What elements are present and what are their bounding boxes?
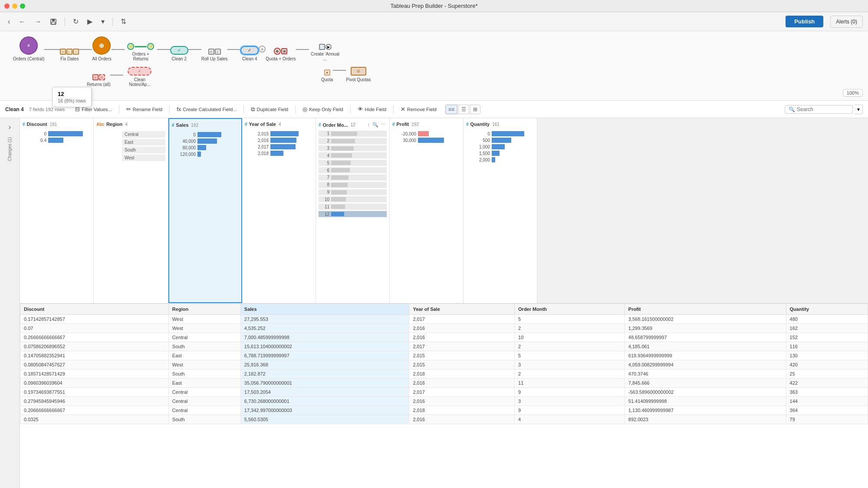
- field-card-discount[interactable]: # Discount 191 0 0.4: [20, 118, 94, 303]
- node-create-annual[interactable]: 📄 ▶ Create 'Annual ...: [309, 44, 342, 61]
- col-header-year[interactable]: Year of Sale: [409, 303, 515, 314]
- node-pivot-quotas-label: Pivot Quotas: [346, 77, 371, 82]
- publish-button[interactable]: Publish: [786, 16, 823, 27]
- node-orders-returns[interactable]: ⚡ ⚡ Orders + Returns: [125, 43, 157, 61]
- bar-row: -20,000: [392, 131, 460, 136]
- month-bar-1: 1: [319, 131, 387, 137]
- node-orders-central[interactable]: # Orders (Central): [13, 36, 44, 61]
- field-card-quantity[interactable]: # Quantity 161 0 500 1,000: [464, 118, 537, 303]
- table-row: 0.0960396039604East35,056.7900000000012,…: [20, 378, 868, 387]
- node-quota[interactable]: # Quota: [321, 69, 333, 82]
- field-card-profit[interactable]: # Profit 192 -20,000 30,000: [390, 118, 464, 303]
- node-clean-notes[interactable]: ✓ Clean Notes/Ap...: [123, 67, 156, 87]
- filter-icon: ⊟: [75, 106, 80, 112]
- node-clean-4[interactable]: ✓ Clean 4: [240, 46, 259, 61]
- table-cell: 2: [515, 323, 625, 333]
- table-cell: 2,018: [409, 369, 515, 378]
- table-cell: 0.0325: [20, 415, 169, 424]
- collapse-panel-button[interactable]: ›: [9, 123, 11, 131]
- table-row: 0.07586206896552South15,613.104000000002…: [20, 342, 868, 351]
- flow-connector-b2: [333, 70, 346, 71]
- node-returns-all[interactable]: # ⊘ Returns (all): [87, 74, 110, 87]
- node-clean-4-label: Clean 4: [242, 56, 257, 61]
- table-cell: 4,185.061: [625, 342, 786, 351]
- hide-field-button[interactable]: 👁 Hide Field: [354, 104, 390, 114]
- table-cell: 27,295.553: [240, 314, 409, 323]
- traffic-lights: [4, 3, 25, 9]
- bar-row: South: [96, 147, 165, 153]
- node-quota-orders[interactable]: ⊕ ⊞ Quota + Orders: [266, 48, 296, 61]
- field-name-profit: Profit: [397, 122, 409, 127]
- table-body: 0.17142857142857West27,295.5532,01753,56…: [20, 314, 868, 424]
- field-card-region[interactable]: Abc Region 4 Central East South: [94, 118, 168, 303]
- alerts-button[interactable]: Alerts (0): [830, 16, 863, 28]
- month-bar-8: 8: [319, 182, 387, 188]
- arrange-button[interactable]: ⇅: [118, 16, 129, 27]
- keep-only-button[interactable]: ◎ Keep Only Field: [299, 104, 346, 114]
- data-table: Discount Region Sales Year of Sale Order…: [20, 303, 868, 424]
- action-toolbar: Clean 4 7 fields 192 rows ⊟ Filter Value…: [0, 101, 868, 118]
- duplicate-field-button[interactable]: ⧉ Duplicate Field: [247, 104, 292, 115]
- field-card-sales[interactable]: # Sales 192 0 40,000 80,000: [168, 118, 242, 303]
- field-name-discount: Discount: [27, 122, 47, 127]
- add-connection-button[interactable]: +: [259, 46, 266, 53]
- flow-connector-2: [79, 49, 92, 50]
- search-dropdown-button[interactable]: ▾: [855, 105, 863, 114]
- filter-icon[interactable]: 🔍: [372, 122, 379, 128]
- table-cell: 480: [786, 314, 868, 323]
- search-box[interactable]: 🔍: [785, 105, 853, 114]
- table-cell: South: [168, 369, 240, 378]
- search-input[interactable]: [797, 106, 849, 112]
- type-icon-discount: #: [23, 122, 25, 127]
- sidebar-toggle-button[interactable]: ‹: [5, 16, 13, 27]
- field-header-year-of-sale: # Year of Sale 4: [245, 122, 313, 127]
- bar-chart-year: 2,015 2,016 2,017 2,018: [245, 129, 313, 158]
- run-options-button[interactable]: ▾: [99, 16, 107, 27]
- field-card-order-month[interactable]: # Order Mo... 12 ↑ 🔍 ⋯ 1 2 3 4 5 6: [316, 118, 390, 303]
- maximize-button[interactable]: [20, 3, 25, 9]
- save-button[interactable]: [47, 16, 59, 27]
- col-header-discount[interactable]: Discount: [20, 303, 169, 314]
- table-cell: 2,016: [409, 333, 515, 342]
- col-header-sales[interactable]: Sales: [240, 303, 409, 314]
- table-cell: 1,299.3569: [625, 323, 786, 333]
- run-button[interactable]: ▶: [85, 16, 95, 27]
- rename-icon: ✏: [126, 106, 131, 112]
- node-all-orders[interactable]: ⊕ All Orders: [92, 36, 111, 61]
- minimize-button[interactable]: [12, 3, 17, 9]
- list-view-button[interactable]: ☰: [458, 105, 469, 114]
- remove-field-button[interactable]: ✕ Remove Field: [397, 104, 440, 114]
- table-cell: 10: [515, 333, 625, 342]
- col-header-quantity[interactable]: Quantity: [786, 303, 868, 314]
- grid-view-button[interactable]: ⊞: [470, 105, 480, 114]
- table-cell: Central: [168, 396, 240, 406]
- bar-row: 2,016: [245, 138, 313, 143]
- sort-asc-icon[interactable]: ↑: [367, 122, 371, 128]
- table-cell: 6,730.268000000001: [240, 396, 409, 406]
- flow-connector-7: [296, 49, 309, 50]
- filter-values-button[interactable]: ⊟ Filter Values...: [72, 104, 115, 114]
- back-button[interactable]: ←: [16, 16, 28, 27]
- region-value: Central: [122, 131, 165, 138]
- field-card-year-of-sale[interactable]: # Year of Sale 4 2,015 2,016 2,017: [242, 118, 316, 303]
- bar-fill: [197, 145, 206, 150]
- forward-button[interactable]: →: [32, 16, 44, 27]
- node-pivot-quotas[interactable]: ⊞ Pivot Quotas: [346, 67, 371, 82]
- node-fix-dates[interactable]: D ▷ ✓ Fix Dates: [60, 49, 79, 61]
- profile-view-button[interactable]: ≡≡: [445, 105, 457, 114]
- bar-fill: [492, 151, 500, 156]
- refresh-button[interactable]: ↻: [70, 16, 81, 27]
- table-row: 0.19734693877551Central17,503.20542,0179…: [20, 387, 868, 396]
- col-header-profit[interactable]: Profit: [625, 303, 786, 314]
- field-count-profit: 192: [411, 122, 419, 127]
- rename-field-button[interactable]: ✏ Rename Field: [123, 104, 166, 114]
- node-rollup-sales[interactable]: ⊘ Σ Roll Up Sales: [201, 49, 228, 61]
- field-count-order-month: 12: [351, 122, 355, 127]
- node-clean-2[interactable]: ✓ Clean 2: [170, 46, 188, 61]
- close-button[interactable]: [4, 3, 10, 9]
- create-calc-button[interactable]: fx Create Calculated Field...: [173, 104, 240, 114]
- col-header-region[interactable]: Region: [168, 303, 240, 314]
- col-header-order-month[interactable]: Order Month: [515, 303, 625, 314]
- more-icon[interactable]: ⋯: [380, 122, 387, 128]
- step-fields: 7 fields 192 rows: [29, 107, 65, 112]
